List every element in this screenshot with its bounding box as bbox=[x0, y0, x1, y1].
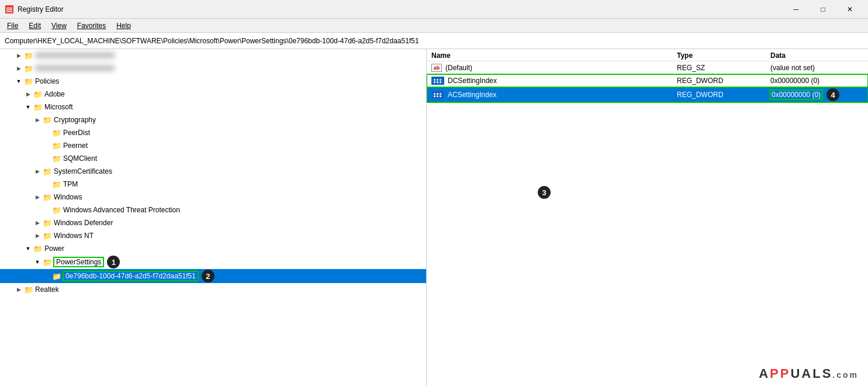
tree-item-defender[interactable]: ▶ 📁 Windows Defender bbox=[0, 216, 426, 229]
right-row-acsetting[interactable]: ACSettingIndex REG_DWORD 0x00000000 (0) … bbox=[427, 87, 868, 102]
tree-item-microsoft[interactable]: ▼ 📁 Microsoft bbox=[0, 101, 426, 113]
annotation-1: 1 bbox=[107, 256, 120, 268]
menu-view[interactable]: View bbox=[47, 20, 71, 31]
tree-item-blurred2[interactable]: ▶ 📁 XXXXXXXXXXXXXXXXX bbox=[0, 62, 426, 75]
svg-rect-2 bbox=[6, 9, 12, 11]
row-name-dcsetting: DCSettingIndex bbox=[431, 76, 677, 85]
tree-item-policies[interactable]: ▼ 📁 Policies bbox=[0, 75, 426, 88]
row-type-default: REG_SZ bbox=[677, 64, 770, 72]
expand-arrow-windows[interactable]: ▶ bbox=[33, 192, 42, 202]
tree-label-sqmclient: SQMClient bbox=[63, 154, 97, 163]
menu-file[interactable]: File bbox=[2, 20, 23, 31]
tree-label-power: Power bbox=[44, 244, 64, 253]
folder-icon-windows: 📁 bbox=[42, 193, 53, 201]
expand-arrow-power[interactable]: ▼ bbox=[23, 244, 33, 253]
tree-panel: ▶ 📁 XXXXXXXXXXXXXXXXX ▶ 📁 XXXXXXXXXXXXXX… bbox=[0, 49, 427, 386]
svg-rect-3 bbox=[6, 11, 12, 12]
main-content: ▶ 📁 XXXXXXXXXXXXXXXXX ▶ 📁 XXXXXXXXXXXXXX… bbox=[0, 49, 868, 386]
tree-item-adobe[interactable]: ▶ 📁 Adobe bbox=[0, 88, 426, 101]
tree-label-blurred2: XXXXXXXXXXXXXXXXX bbox=[35, 64, 115, 73]
folder-icon-adobe: 📁 bbox=[33, 90, 43, 98]
folder-icon-blurred2: 📁 bbox=[23, 64, 34, 73]
folder-icon-power: 📁 bbox=[33, 244, 43, 253]
tree-scroll[interactable]: ▶ 📁 XXXXXXXXXXXXXXXXX ▶ 📁 XXXXXXXXXXXXXX… bbox=[0, 49, 426, 386]
tree-item-peerdist[interactable]: ▶ 📁 PeerDist bbox=[0, 126, 426, 139]
tree-label-windowsnt: Windows NT bbox=[54, 232, 94, 240]
row-type-dcsetting: REG_DWORD bbox=[677, 77, 770, 85]
tree-label-adobe: Adobe bbox=[44, 90, 65, 98]
tree-label-guid: 0e796bdb-100d-47d6-a2d5-f7d2daa51f51 bbox=[63, 271, 198, 281]
col-header-data: Data bbox=[770, 51, 863, 60]
folder-icon-realtek: 📁 bbox=[23, 285, 34, 294]
tree-item-guid[interactable]: ▶ 📁 0e796bdb-100d-47d6-a2d5-f7d2daa51f51… bbox=[0, 269, 426, 283]
expand-arrow-powersettings[interactable]: ▼ bbox=[33, 257, 42, 267]
folder-icon-powersettings: 📁 bbox=[42, 258, 53, 266]
tree-item-blurred1[interactable]: ▶ 📁 XXXXXXXXXXXXXXXXX bbox=[0, 49, 426, 62]
tree-item-systemcerts[interactable]: ▶ 📁 SystemCertificates bbox=[0, 165, 426, 178]
tree-label-tpm: TPM bbox=[63, 180, 78, 188]
tree-item-windows[interactable]: ▶ 📁 Windows bbox=[0, 191, 426, 204]
col-header-type: Type bbox=[677, 51, 770, 60]
annotation-2: 2 bbox=[202, 270, 215, 282]
expand-arrow-systemcerts[interactable]: ▶ bbox=[33, 167, 42, 176]
expand-arrow-blurred1[interactable]: ▶ bbox=[14, 51, 23, 60]
maximize-button[interactable]: □ bbox=[810, 0, 836, 19]
expand-arrow-cryptography[interactable]: ▶ bbox=[33, 115, 42, 125]
tree-label-defender: Windows Defender bbox=[54, 219, 113, 227]
row-name-acsetting: ACSettingIndex bbox=[431, 90, 677, 99]
tree-item-tpm[interactable]: ▶ 📁 TPM bbox=[0, 178, 426, 191]
tree-label-policies: Policies bbox=[35, 77, 59, 85]
expand-arrow-defender[interactable]: ▶ bbox=[33, 218, 42, 228]
app-icon bbox=[5, 5, 14, 14]
folder-icon-systemcerts: 📁 bbox=[42, 167, 53, 175]
tree-label-powersettings: PowerSettings bbox=[54, 257, 103, 267]
close-button[interactable]: ✕ bbox=[836, 0, 863, 19]
folder-icon-tpm: 📁 bbox=[51, 180, 62, 188]
folder-icon-microsoft: 📁 bbox=[33, 103, 43, 111]
minimize-button[interactable]: ─ bbox=[783, 0, 810, 19]
expand-arrow-blurred2[interactable]: ▶ bbox=[14, 64, 23, 73]
annotation-3-container: 3 bbox=[538, 186, 551, 199]
menu-help[interactable]: Help bbox=[112, 20, 136, 31]
expand-arrow-adobe[interactable]: ▶ bbox=[23, 89, 33, 99]
col-header-name: Name bbox=[431, 51, 677, 60]
tree-item-powersettings[interactable]: ▼ 📁 PowerSettings 1 bbox=[0, 255, 426, 269]
annotation-4: 4 bbox=[826, 88, 839, 101]
folder-icon-guid: 📁 bbox=[51, 272, 62, 280]
tree-item-realtek[interactable]: ▶ 📁 Realtek bbox=[0, 283, 426, 296]
row-name-label-default: (Default) bbox=[445, 64, 472, 72]
ab-icon-default: ab bbox=[431, 64, 442, 72]
folder-icon-peernet: 📁 bbox=[51, 142, 62, 150]
tree-item-cryptography[interactable]: ▶ 📁 Cryptography bbox=[0, 113, 426, 126]
row-data-dcsetting: 0x00000000 (0) bbox=[770, 77, 863, 85]
tree-item-windowsnt[interactable]: ▶ 📁 Windows NT bbox=[0, 229, 426, 242]
menu-favorites[interactable]: Favorites bbox=[72, 20, 110, 31]
folder-icon-watp: 📁 bbox=[51, 206, 62, 214]
title-bar: Registry Editor ─ □ ✕ bbox=[0, 0, 868, 19]
folder-icon-peerdist: 📁 bbox=[51, 129, 62, 137]
tree-label-blurred1: XXXXXXXXXXXXXXXXX bbox=[35, 51, 115, 60]
tree-label-peernet: Peernet bbox=[63, 142, 88, 150]
expand-arrow-microsoft[interactable]: ▼ bbox=[23, 102, 33, 112]
right-rows[interactable]: ab (Default) REG_SZ (value not set) bbox=[427, 61, 868, 386]
tree-label-realtek: Realtek bbox=[35, 285, 59, 294]
expand-arrow-policies[interactable]: ▼ bbox=[14, 77, 23, 86]
menu-bar: File Edit View Favorites Help bbox=[0, 19, 868, 33]
row-name-label-dcsetting: DCSettingIndex bbox=[448, 77, 497, 85]
tree-item-peernet[interactable]: ▶ 📁 Peernet bbox=[0, 139, 426, 152]
tree-item-power[interactable]: ▼ 📁 Power bbox=[0, 242, 426, 255]
right-row-dcsetting[interactable]: DCSettingIndex REG_DWORD 0x00000000 (0) bbox=[427, 74, 868, 87]
row-data-acsetting: 0x00000000 (0) 4 bbox=[770, 88, 863, 101]
annotation-3: 3 bbox=[538, 186, 551, 199]
expand-arrow-windowsnt[interactable]: ▶ bbox=[33, 231, 42, 240]
tree-item-sqmclient[interactable]: ▶ 📁 SQMClient bbox=[0, 152, 426, 165]
tree-item-watp[interactable]: ▶ 📁 Windows Advanced Threat Protection bbox=[0, 204, 426, 216]
row-type-acsetting: REG_DWORD bbox=[677, 91, 770, 99]
right-row-default[interactable]: ab (Default) REG_SZ (value not set) bbox=[427, 61, 868, 74]
expand-arrow-realtek[interactable]: ▶ bbox=[14, 285, 23, 294]
tree-label-systemcerts: SystemCertificates bbox=[54, 167, 112, 175]
right-panel: Name Type Data ab (Default) REG_SZ (valu… bbox=[427, 49, 868, 386]
dword-icon-acsetting bbox=[431, 90, 444, 99]
menu-edit[interactable]: Edit bbox=[24, 20, 46, 31]
folder-icon-defender: 📁 bbox=[42, 219, 53, 227]
